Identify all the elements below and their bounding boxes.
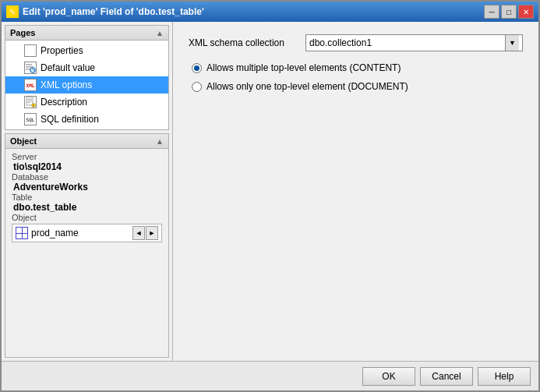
server-value: tio\sql2014 [12, 161, 162, 172]
default-icon [24, 62, 37, 74]
radio-label-content: Allows multiple top-level elements (CONT… [206, 62, 401, 73]
svg-rect-0 [26, 64, 32, 65]
xml-schema-row: XML schema collection dbo.collection1 ▼ [189, 34, 523, 51]
page-label-xml-options: XML options [41, 79, 92, 90]
page-label-properties: Properties [41, 45, 83, 56]
page-item-xml-options[interactable]: XML XML options [5, 76, 168, 94]
page-label-default-value: Default value [41, 62, 95, 73]
pages-collapse-icon[interactable]: ▲ [156, 29, 164, 37]
xml-icon: XML [24, 79, 37, 91]
field-icon [16, 227, 28, 239]
maximize-button[interactable]: □ [501, 5, 517, 19]
svg-rect-2 [26, 69, 30, 70]
radio-circle-document[interactable] [192, 82, 202, 92]
svg-rect-7 [27, 99, 32, 100]
xml-schema-label: XML schema collection [189, 37, 298, 48]
left-panel: Pages ▲ Properties [2, 22, 173, 361]
field-nav-prev[interactable]: ◄ [132, 226, 145, 240]
field-name: prod_name [31, 228, 132, 238]
radio-label-document: Allows only one top-level element (DOCUM… [206, 81, 408, 92]
page-label-sql-definition: SQL definition [41, 114, 99, 125]
radio-item-content[interactable]: Allows multiple top-level elements (CONT… [192, 62, 523, 73]
sql-icon: SQL [24, 113, 37, 125]
pages-header: Pages ▲ [5, 26, 168, 41]
svg-rect-8 [27, 101, 32, 101]
main-content: Pages ▲ Properties [2, 22, 538, 361]
ok-button[interactable]: OK [362, 367, 415, 386]
page-label-description: Description [41, 97, 87, 108]
minimize-button[interactable]: ─ [484, 5, 499, 19]
pages-section: Pages ▲ Properties [5, 25, 169, 130]
object-section: Object ▲ Server tio\sql2014 Database Adv… [5, 133, 169, 358]
xml-schema-select[interactable]: dbo.collection1 ▼ [305, 34, 523, 51]
page-item-sql-definition[interactable]: SQL SQL definition [5, 111, 168, 128]
properties-icon [24, 44, 37, 57]
object-label: Object [10, 136, 37, 146]
svg-text:i: i [33, 103, 34, 108]
radio-group: Allows multiple top-level elements (CONT… [189, 62, 523, 92]
radio-circle-content[interactable] [192, 63, 202, 73]
object-header: Object ▲ [5, 134, 168, 149]
title-bar: ✎ Edit 'prod_name' Field of 'dbo.test_ta… [2, 2, 538, 22]
pages-label: Pages [10, 28, 35, 37]
xml-schema-value: dbo.collection1 [309, 37, 372, 48]
cancel-button[interactable]: Cancel [420, 367, 473, 386]
dialog-window: ✎ Edit 'prod_name' Field of 'dbo.test_ta… [0, 0, 540, 392]
svg-rect-1 [26, 66, 34, 68]
database-label: Database [12, 172, 162, 182]
bottom-bar: OK Cancel Help [2, 361, 538, 390]
radio-item-document[interactable]: Allows only one top-level element (DOCUM… [192, 81, 523, 92]
page-item-properties[interactable]: Properties [5, 42, 168, 59]
title-bar-left: ✎ Edit 'prod_name' Field of 'dbo.test_ta… [6, 5, 204, 18]
object-sub-label: Object [12, 213, 162, 222]
object-content: Server tio\sql2014 Database AdventureWor… [5, 149, 168, 245]
table-label: Table [12, 192, 162, 202]
object-collapse-icon[interactable]: ▲ [156, 137, 164, 146]
help-button[interactable]: Help [478, 367, 531, 386]
page-item-default-value[interactable]: Default value [5, 59, 168, 76]
title-buttons: ─ □ ✕ [484, 5, 534, 19]
page-item-description[interactable]: i Description [5, 94, 168, 111]
window-icon: ✎ [6, 5, 19, 18]
database-value: AdventureWorks [12, 182, 162, 192]
desc-icon: i [24, 96, 37, 108]
server-label: Server [12, 152, 162, 161]
select-arrow-icon: ▼ [505, 35, 519, 51]
window-title: Edit 'prod_name' Field of 'dbo.test_tabl… [23, 6, 204, 17]
table-value: dbo.test_table [12, 202, 162, 213]
pages-list: Properties [5, 41, 168, 129]
right-panel: XML schema collection dbo.collection1 ▼ … [173, 22, 538, 361]
object-field-row: prod_name ◄ ► [12, 224, 162, 242]
field-nav-next[interactable]: ► [146, 226, 158, 240]
svg-rect-9 [27, 102, 30, 103]
close-button[interactable]: ✕ [518, 5, 534, 19]
